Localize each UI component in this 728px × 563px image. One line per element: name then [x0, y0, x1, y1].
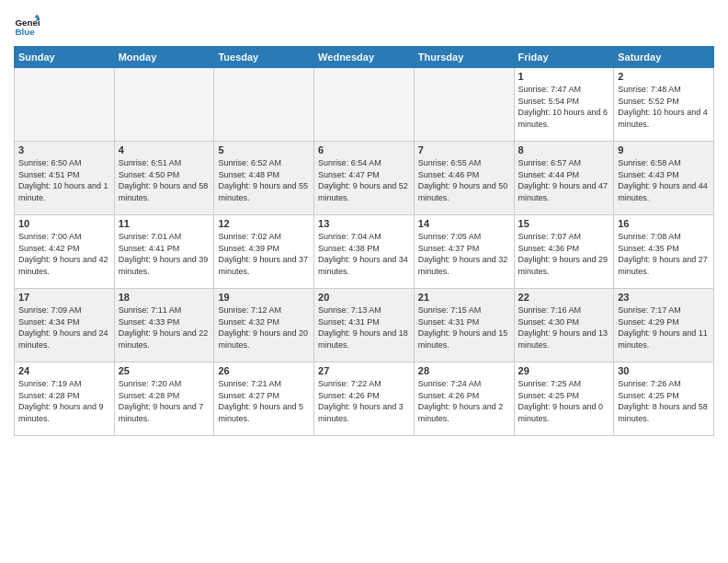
day-cell: 2Sunrise: 7:48 AM Sunset: 5:52 PM Daylig… [614, 68, 714, 142]
logo: General Blue [14, 13, 41, 39]
day-number: 16 [618, 218, 710, 229]
day-number: 17 [18, 292, 110, 303]
day-cell: 14Sunrise: 7:05 AM Sunset: 4:37 PM Dayli… [414, 215, 514, 289]
week-row-1: 1Sunrise: 7:47 AM Sunset: 5:54 PM Daylig… [15, 68, 714, 142]
day-cell: 15Sunrise: 7:07 AM Sunset: 4:36 PM Dayli… [514, 215, 614, 289]
day-info: Sunrise: 7:22 AM Sunset: 4:26 PM Dayligh… [318, 378, 410, 424]
day-cell: 19Sunrise: 7:12 AM Sunset: 4:32 PM Dayli… [214, 289, 314, 362]
week-row-5: 24Sunrise: 7:19 AM Sunset: 4:28 PM Dayli… [15, 362, 714, 436]
day-number: 26 [218, 365, 310, 376]
day-number: 19 [218, 292, 310, 303]
day-cell: 18Sunrise: 7:11 AM Sunset: 4:33 PM Dayli… [114, 289, 214, 362]
col-header-thursday: Thursday [414, 47, 514, 68]
day-info: Sunrise: 7:24 AM Sunset: 4:26 PM Dayligh… [418, 378, 510, 424]
day-cell: 21Sunrise: 7:15 AM Sunset: 4:31 PM Dayli… [414, 289, 514, 362]
day-info: Sunrise: 7:02 AM Sunset: 4:39 PM Dayligh… [218, 231, 310, 277]
day-number: 11 [119, 218, 210, 229]
week-row-2: 3Sunrise: 6:50 AM Sunset: 4:51 PM Daylig… [15, 142, 714, 215]
day-info: Sunrise: 6:52 AM Sunset: 4:48 PM Dayligh… [218, 157, 310, 203]
day-number: 13 [318, 218, 410, 229]
day-cell: 17Sunrise: 7:09 AM Sunset: 4:34 PM Dayli… [15, 289, 115, 362]
week-row-3: 10Sunrise: 7:00 AM Sunset: 4:42 PM Dayli… [15, 215, 714, 289]
day-info: Sunrise: 7:47 AM Sunset: 5:54 PM Dayligh… [518, 84, 610, 130]
col-header-saturday: Saturday [614, 47, 714, 68]
day-number: 5 [218, 144, 310, 155]
day-info: Sunrise: 7:05 AM Sunset: 4:37 PM Dayligh… [418, 231, 510, 277]
logo-icon: General Blue [14, 13, 40, 39]
day-cell: 28Sunrise: 7:24 AM Sunset: 4:26 PM Dayli… [414, 362, 514, 436]
day-number: 23 [618, 292, 710, 303]
day-cell [114, 68, 214, 142]
day-number: 18 [119, 292, 210, 303]
day-info: Sunrise: 7:08 AM Sunset: 4:35 PM Dayligh… [618, 231, 710, 277]
day-number: 3 [18, 144, 110, 155]
day-cell: 12Sunrise: 7:02 AM Sunset: 4:39 PM Dayli… [214, 215, 314, 289]
day-cell: 8Sunrise: 6:57 AM Sunset: 4:44 PM Daylig… [514, 142, 614, 215]
day-info: Sunrise: 7:26 AM Sunset: 4:25 PM Dayligh… [618, 378, 710, 424]
day-number: 21 [418, 292, 510, 303]
day-info: Sunrise: 7:17 AM Sunset: 4:29 PM Dayligh… [618, 304, 710, 350]
day-info: Sunrise: 7:12 AM Sunset: 4:32 PM Dayligh… [218, 304, 310, 350]
day-cell: 11Sunrise: 7:01 AM Sunset: 4:41 PM Dayli… [114, 215, 214, 289]
day-number: 20 [318, 292, 410, 303]
day-number: 7 [418, 144, 510, 155]
day-cell: 5Sunrise: 6:52 AM Sunset: 4:48 PM Daylig… [214, 142, 314, 215]
day-number: 8 [518, 144, 610, 155]
day-cell: 24Sunrise: 7:19 AM Sunset: 4:28 PM Dayli… [15, 362, 115, 436]
day-info: Sunrise: 7:20 AM Sunset: 4:28 PM Dayligh… [119, 378, 210, 424]
day-cell [414, 68, 514, 142]
day-cell: 13Sunrise: 7:04 AM Sunset: 4:38 PM Dayli… [314, 215, 415, 289]
day-cell: 26Sunrise: 7:21 AM Sunset: 4:27 PM Dayli… [214, 362, 314, 436]
col-header-tuesday: Tuesday [214, 47, 314, 68]
day-info: Sunrise: 7:01 AM Sunset: 4:41 PM Dayligh… [119, 231, 210, 277]
day-number: 30 [618, 365, 710, 376]
day-cell: 1Sunrise: 7:47 AM Sunset: 5:54 PM Daylig… [514, 68, 614, 142]
day-cell [314, 68, 415, 142]
day-number: 12 [218, 218, 310, 229]
day-number: 1 [518, 71, 610, 82]
day-number: 28 [418, 365, 510, 376]
day-cell: 29Sunrise: 7:25 AM Sunset: 4:25 PM Dayli… [514, 362, 614, 436]
day-info: Sunrise: 7:25 AM Sunset: 4:25 PM Dayligh… [518, 378, 610, 424]
day-info: Sunrise: 7:19 AM Sunset: 4:28 PM Dayligh… [18, 378, 110, 424]
day-info: Sunrise: 7:11 AM Sunset: 4:33 PM Dayligh… [119, 304, 210, 350]
main-container: General Blue SundayMondayTuesdayWednesda… [0, 0, 728, 445]
day-info: Sunrise: 7:21 AM Sunset: 4:27 PM Dayligh… [218, 378, 310, 424]
day-cell: 4Sunrise: 6:51 AM Sunset: 4:50 PM Daylig… [114, 142, 214, 215]
col-header-sunday: Sunday [15, 47, 115, 68]
day-number: 24 [18, 365, 110, 376]
day-info: Sunrise: 7:00 AM Sunset: 4:42 PM Dayligh… [18, 231, 110, 277]
day-cell: 16Sunrise: 7:08 AM Sunset: 4:35 PM Dayli… [614, 215, 714, 289]
day-info: Sunrise: 6:55 AM Sunset: 4:46 PM Dayligh… [418, 157, 510, 203]
day-info: Sunrise: 7:48 AM Sunset: 5:52 PM Dayligh… [618, 84, 710, 130]
calendar-table: SundayMondayTuesdayWednesdayThursdayFrid… [14, 46, 714, 436]
day-cell: 10Sunrise: 7:00 AM Sunset: 4:42 PM Dayli… [15, 215, 115, 289]
day-number: 6 [318, 144, 410, 155]
day-info: Sunrise: 7:13 AM Sunset: 4:31 PM Dayligh… [318, 304, 410, 350]
day-number: 15 [518, 218, 610, 229]
day-number: 9 [618, 144, 710, 155]
day-cell: 23Sunrise: 7:17 AM Sunset: 4:29 PM Dayli… [614, 289, 714, 362]
day-number: 14 [418, 218, 510, 229]
day-info: Sunrise: 7:04 AM Sunset: 4:38 PM Dayligh… [318, 231, 410, 277]
day-info: Sunrise: 6:54 AM Sunset: 4:47 PM Dayligh… [318, 157, 410, 203]
day-cell: 30Sunrise: 7:26 AM Sunset: 4:25 PM Dayli… [614, 362, 714, 436]
day-info: Sunrise: 6:51 AM Sunset: 4:50 PM Dayligh… [119, 157, 210, 203]
day-cell [15, 68, 115, 142]
week-row-4: 17Sunrise: 7:09 AM Sunset: 4:34 PM Dayli… [15, 289, 714, 362]
day-info: Sunrise: 6:50 AM Sunset: 4:51 PM Dayligh… [18, 157, 110, 203]
day-cell: 25Sunrise: 7:20 AM Sunset: 4:28 PM Dayli… [114, 362, 214, 436]
day-number: 22 [518, 292, 610, 303]
header-row: SundayMondayTuesdayWednesdayThursdayFrid… [15, 47, 714, 68]
day-cell: 9Sunrise: 6:58 AM Sunset: 4:43 PM Daylig… [614, 142, 714, 215]
day-cell: 20Sunrise: 7:13 AM Sunset: 4:31 PM Dayli… [314, 289, 415, 362]
day-number: 27 [318, 365, 410, 376]
col-header-friday: Friday [514, 47, 614, 68]
day-info: Sunrise: 7:07 AM Sunset: 4:36 PM Dayligh… [518, 231, 610, 277]
day-cell: 27Sunrise: 7:22 AM Sunset: 4:26 PM Dayli… [314, 362, 415, 436]
svg-text:Blue: Blue [15, 27, 35, 37]
header: General Blue [14, 9, 714, 39]
day-cell [214, 68, 314, 142]
day-info: Sunrise: 6:58 AM Sunset: 4:43 PM Dayligh… [618, 157, 710, 203]
day-number: 10 [18, 218, 110, 229]
